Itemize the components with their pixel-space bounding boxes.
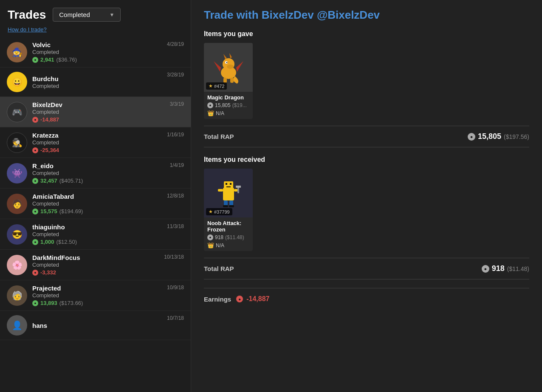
- trade-username: BixelzDev: [32, 101, 184, 108]
- trade-rap: ● -3,332: [32, 269, 184, 276]
- svg-point-2: [227, 65, 234, 69]
- robux-icon: ●: [32, 209, 38, 214]
- svg-rect-23: [229, 205, 234, 207]
- trade-date: 1/16/19: [167, 132, 184, 138]
- trade-info: Burdchu Completed: [32, 75, 184, 89]
- trade-date: 10/7/18: [167, 315, 184, 321]
- left-header: Trades Completed ▼: [0, 0, 191, 25]
- trade-rap: ● 32,457 ($405.71): [32, 178, 184, 184]
- trade-info: hans: [32, 322, 184, 329]
- svg-rect-15: [226, 186, 231, 187]
- trade-date: 3/3/19: [170, 101, 184, 107]
- trade-item[interactable]: 🌸 DarkMindFocus Completed ● -3,332 10/13…: [0, 250, 191, 280]
- avatar: 👤: [7, 315, 27, 336]
- badge-number: #37799: [214, 209, 230, 214]
- trade-username: thiaguinho: [32, 223, 184, 231]
- trade-username: Kratezza: [32, 132, 184, 139]
- gave-section-label: Items you gave: [204, 30, 529, 38]
- svg-rect-10: [230, 78, 234, 83]
- avatar: 👾: [7, 163, 27, 183]
- item-image: ★ #472: [204, 43, 253, 92]
- trade-username: DarkMindFocus: [32, 254, 184, 261]
- trade-status: Completed: [32, 231, 184, 237]
- left-panel: Trades Completed ▼ How do I trade? 🧙 Vol…: [0, 0, 191, 392]
- gave-items-grid: ★ #472 Magic Dragon ● 15,805 ($19... 👑 N…: [204, 43, 529, 119]
- trade-info: Prajected Completed ● 13,893 ($173.66): [32, 285, 184, 306]
- trade-status: Completed: [32, 109, 184, 115]
- avatar: 😎: [7, 224, 27, 245]
- trade-username: Burdchu: [32, 75, 184, 82]
- total-rap-sub: ($197.56): [504, 133, 529, 140]
- trade-item[interactable]: 😀 Burdchu Completed 3/28/19: [0, 68, 191, 97]
- trade-status: Completed: [32, 49, 184, 55]
- trade-detail-title: Trade with BixelzDev @BixelzDev: [204, 8, 529, 22]
- trade-status: Completed: [32, 170, 184, 176]
- crown-icon: 👑: [207, 110, 214, 116]
- earnings-label: Earnings: [204, 296, 231, 303]
- rap-sub: ($194.69): [59, 208, 83, 214]
- trade-item[interactable]: 🕵 Kratezza Completed ● -25,364 1/16/19: [0, 127, 191, 158]
- trade-username: hans: [32, 322, 184, 329]
- robux-icon: ●: [32, 147, 38, 153]
- trade-date: 4/28/19: [167, 41, 184, 47]
- item-crown: 👑 N/A: [204, 241, 253, 251]
- trade-username: R_eido: [32, 162, 184, 169]
- svg-marker-6: [229, 53, 232, 58]
- rap-sub: ($12.50): [56, 239, 77, 245]
- trade-info: DarkMindFocus Completed ● -3,332: [32, 254, 184, 276]
- rap-value: -14,887: [40, 116, 59, 123]
- rap-value: 15,575: [40, 208, 57, 214]
- trade-item[interactable]: 🧑 AmiciaTabard Completed ● 15,575 ($194.…: [0, 189, 191, 219]
- item-badge: ★ #472: [206, 82, 227, 90]
- robux-icon: ●: [32, 117, 38, 123]
- rap-value: -25,364: [40, 147, 59, 153]
- trade-rap: ● -14,887: [32, 116, 184, 123]
- robux-icon: ●: [482, 265, 489, 273]
- star-icon: ★: [209, 83, 213, 89]
- robux-icon: ●: [207, 234, 213, 240]
- trade-rap: ● -25,364: [32, 147, 184, 153]
- trade-item[interactable]: 🧓 Prajected Completed ● 13,893 ($173.66)…: [0, 280, 191, 311]
- trade-item-active[interactable]: 🎮 BixelzDev Completed ● -14,887 3/3/19: [0, 97, 191, 127]
- trade-item[interactable]: 😎 thiaguinho Completed ● 1,000 ($12.50) …: [0, 219, 191, 250]
- svg-rect-14: [230, 183, 231, 185]
- robux-icon: ●: [236, 296, 243, 302]
- avatar: 🧙: [7, 42, 27, 62]
- item-name: Magic Dragon: [204, 92, 253, 102]
- page-title: Trades: [8, 8, 46, 22]
- trade-username: Volvic: [32, 41, 184, 48]
- trade-item[interactable]: 👤 hans 10/7/18: [0, 311, 191, 340]
- dropdown-label: Completed: [59, 11, 90, 18]
- how-to-trade-link[interactable]: How do I trade?: [8, 26, 47, 33]
- robux-icon: ●: [32, 300, 38, 306]
- rap-value: 32,457: [40, 178, 57, 184]
- avatar: 🧑: [7, 194, 27, 214]
- svg-rect-13: [226, 183, 227, 185]
- svg-marker-5: [223, 54, 227, 59]
- received-total-rap-label: Total RAP: [204, 265, 234, 272]
- rap-sub: ($405.71): [59, 178, 83, 184]
- rap-value: 13,893: [40, 300, 57, 306]
- svg-marker-8: [236, 61, 243, 72]
- trade-item[interactable]: 👾 R_eido Completed ● 32,457 ($405.71) 1/…: [0, 158, 191, 189]
- magic-dragon-image: [212, 51, 246, 85]
- star-icon: ★: [209, 209, 213, 214]
- svg-point-4: [226, 62, 227, 63]
- trade-info: Volvic Completed ● 2,941 ($36.76): [32, 41, 184, 63]
- svg-rect-12: [224, 181, 233, 189]
- avatar: 🌸: [7, 255, 27, 275]
- trade-list: 🧙 Volvic Completed ● 2,941 ($36.76) 4/28…: [0, 37, 191, 392]
- trade-status: Completed: [32, 262, 184, 268]
- robux-icon: ●: [32, 239, 38, 245]
- item-crown: 👑 N/A: [204, 109, 253, 119]
- trade-item[interactable]: 🧙 Volvic Completed ● 2,941 ($36.76) 4/28…: [0, 37, 191, 68]
- item-rap: ● 918 ($11.48): [204, 234, 253, 241]
- total-rap-sub: ($11.48): [507, 265, 529, 272]
- avatar: 🕵: [7, 133, 27, 153]
- trade-rap: ● 15,575 ($194.69): [32, 208, 184, 214]
- robux-icon: ●: [32, 178, 38, 184]
- noob-attack-image: [214, 177, 243, 209]
- trade-info: AmiciaTabard Completed ● 15,575 ($194.69…: [32, 193, 184, 214]
- status-dropdown[interactable]: Completed ▼: [53, 8, 121, 22]
- robux-icon: ●: [468, 133, 475, 141]
